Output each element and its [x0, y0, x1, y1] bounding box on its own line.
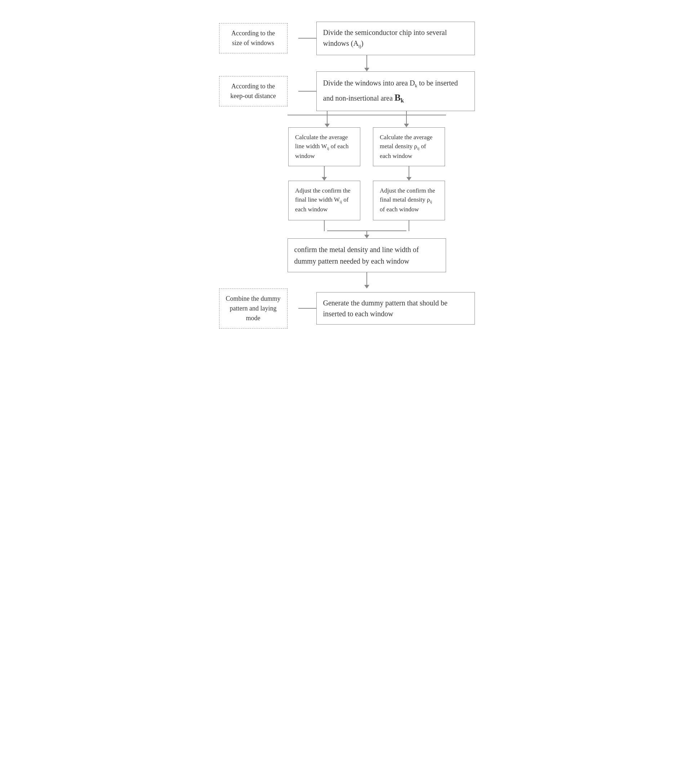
step4a-box: Adjust the confirm the final line width …	[288, 181, 360, 220]
arrow-2b	[404, 111, 409, 127]
arrow-4a	[324, 220, 325, 231]
step2-box: Divide the windows into area Dk to be in…	[316, 71, 475, 111]
side-box-3: Combine the dummy pattern and laying mod…	[219, 288, 288, 329]
side-box-1: According to the size of windows	[219, 23, 288, 53]
flowchart: According to the size of windows Divide …	[183, 21, 507, 329]
step3a-box: Calculate the average line width Wij of …	[288, 127, 360, 166]
arrow-4b	[409, 220, 409, 231]
arrow-2a	[325, 111, 330, 127]
step5-box: confirm the metal density and line width…	[288, 238, 446, 272]
arrow-1	[364, 55, 369, 71]
step5-area: confirm the metal density and line width…	[288, 238, 446, 272]
step1-box: Divide the semiconductor chip into sever…	[316, 21, 475, 55]
arrow-3b	[406, 166, 411, 181]
step3b-box: Calculate the average metal density ρij …	[373, 127, 445, 166]
arrow-3a	[322, 166, 327, 181]
step4b-box: Adjust the confirm the final metal densi…	[373, 181, 445, 220]
arrow-4-center	[364, 231, 369, 238]
arrow-5	[364, 272, 369, 288]
side-box-2: According to the keep-out distance	[219, 76, 288, 106]
step6-box: Generate the dummy pattern that should b…	[316, 292, 475, 324]
